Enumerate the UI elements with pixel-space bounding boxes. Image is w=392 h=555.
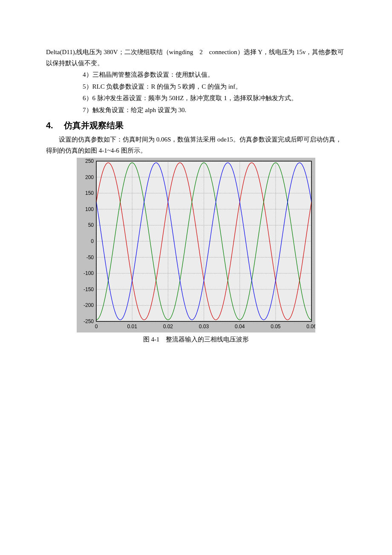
list-item-6: 6）6 脉冲发生器设置：频率为 50HZ，脉冲宽度取 1，选择双脉冲触发方式。	[46, 93, 346, 104]
svg-text:0.06: 0.06	[306, 324, 315, 330]
svg-text:0: 0	[91, 238, 94, 244]
svg-text:100: 100	[85, 206, 94, 212]
svg-text:250: 250	[85, 158, 94, 164]
section-heading: 4. 仿真并观察结果	[46, 118, 346, 133]
svg-text:50: 50	[88, 222, 94, 228]
svg-text:0.02: 0.02	[163, 324, 173, 330]
paragraph-simulation: 设置的仿真参数如下：仿真时间为 0.06S，数值算法采用 ode15。仿真参数设…	[46, 134, 346, 156]
svg-text:-100: -100	[84, 270, 94, 276]
svg-text:150: 150	[85, 190, 94, 196]
list-item-7: 7）触发角设置：给定 alph 设置为 30.	[46, 105, 346, 116]
three-phase-waveform-chart: 00.010.020.030.040.050.06-250-200-150-10…	[77, 158, 315, 332]
svg-text:-200: -200	[84, 302, 94, 308]
svg-text:0.03: 0.03	[199, 324, 209, 330]
heading-title: 仿真并观察结果	[64, 121, 124, 130]
svg-text:0.05: 0.05	[271, 324, 281, 330]
svg-text:0.01: 0.01	[127, 324, 137, 330]
document-page: Delta(D11),线电压为 380V；二次绕组联结（wingding 2 c…	[0, 0, 392, 555]
svg-text:200: 200	[85, 174, 94, 180]
svg-text:-250: -250	[84, 318, 94, 324]
svg-text:-150: -150	[84, 286, 94, 292]
figure-4-1: 00.010.020.030.040.050.06-250-200-150-10…	[46, 158, 346, 345]
figure-caption: 图 4-1 整流器输入的三相线电压波形	[46, 334, 346, 345]
paragraph-intro: Delta(D11),线电压为 380V；二次绕组联结（wingding 2 c…	[46, 47, 346, 69]
list-item-4: 4）三相晶闸管整流器参数设置：使用默认值。	[46, 69, 346, 81]
heading-number: 4.	[46, 121, 53, 130]
svg-text:0: 0	[95, 324, 98, 330]
list-item-5: 5）RLC 负载参数设置：R 的值为 5 欧姆，C 的值为 inf。	[46, 81, 346, 92]
svg-text:-50: -50	[86, 254, 94, 260]
svg-text:0.04: 0.04	[235, 324, 245, 330]
